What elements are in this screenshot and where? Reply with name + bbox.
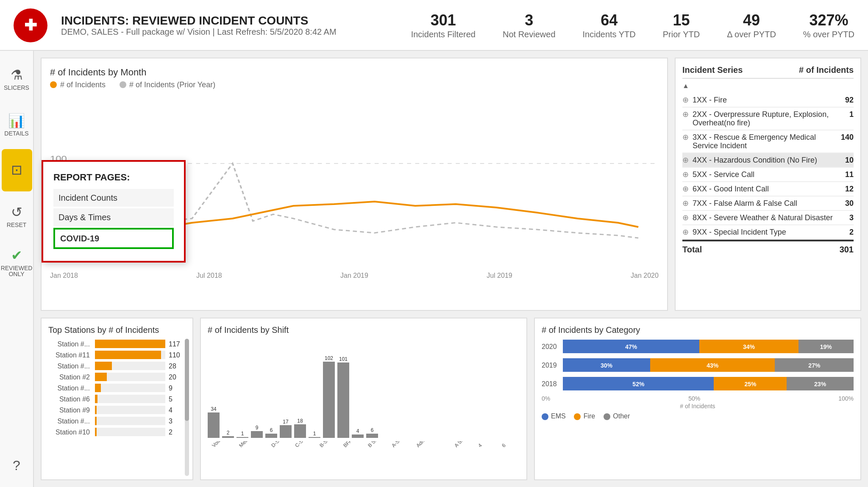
shift-bar-value: 2 bbox=[227, 430, 230, 435]
station-bar-fill bbox=[95, 417, 97, 425]
legend-current: # of Incidents bbox=[50, 80, 106, 89]
sidebar-item-reset[interactable]: ↺ RESET bbox=[1, 195, 32, 237]
shift-label: D-Shift bbox=[270, 441, 287, 448]
stat-pct-pytd: 327% % over PYTD bbox=[803, 11, 854, 39]
station-label: Station #... bbox=[48, 384, 95, 392]
cat-ems-bar: 52% bbox=[563, 377, 714, 390]
cat-other-bar: 19% bbox=[798, 340, 854, 353]
shift-bar-value: 6 bbox=[270, 428, 273, 433]
station-bar-fill bbox=[95, 362, 112, 370]
cat-year-label: 2019 bbox=[542, 361, 563, 369]
shift-bar-col: 9 bbox=[251, 425, 263, 438]
cat-bar-group: 30% 43% 27% bbox=[563, 358, 854, 372]
popup-item-covid19[interactable]: COVID-19 bbox=[53, 228, 174, 249]
popup-item-incident-counts[interactable]: Incident Counts bbox=[53, 189, 174, 207]
shift-bar-value: 9 bbox=[256, 425, 259, 430]
shift-label: 6 bbox=[501, 441, 518, 448]
shift-bar bbox=[323, 362, 335, 438]
scroll-thumb[interactable] bbox=[185, 339, 189, 421]
station-label: Station #... bbox=[48, 362, 95, 370]
shift-label: 4 bbox=[477, 441, 494, 448]
pages-icon: ⊡ bbox=[11, 161, 22, 177]
station-bar-row: Station #... 3 bbox=[48, 417, 186, 425]
station-value: 20 bbox=[169, 373, 186, 381]
station-bar-row: Station #... 117 bbox=[48, 340, 186, 348]
station-bar-track bbox=[95, 428, 165, 436]
shift-bar bbox=[366, 434, 378, 438]
sidebar-item-help[interactable]: ? bbox=[1, 445, 32, 487]
station-value: 28 bbox=[169, 362, 186, 370]
incident-row-3xx: ⊕ 3XX - Rescue & Emergency Medical Servi… bbox=[682, 130, 854, 153]
sidebar-item-reviewed[interactable]: ✔ REVIEWED ONLY bbox=[1, 241, 32, 283]
legend-prior: # of Incidents (Prior Year) bbox=[119, 80, 215, 89]
page-title: INCIDENTS: REVIEWED INCIDENT COUNTS bbox=[61, 14, 411, 27]
app-logo: ✚ bbox=[14, 8, 47, 42]
shift-bar-col: 17 bbox=[280, 419, 292, 438]
incident-row-total: Total 301 bbox=[682, 240, 854, 257]
category-year-row: 2020 47% 34% 19% bbox=[542, 340, 854, 353]
incident-row-8xx: ⊕ 8XX - Severe Weather & Natural Disaste… bbox=[682, 211, 854, 225]
cat-year-label: 2018 bbox=[542, 380, 563, 387]
station-bar-row: Station #10 2 bbox=[48, 428, 186, 436]
shift-bar bbox=[236, 437, 248, 438]
popup-item-days-times[interactable]: Days & Times bbox=[53, 208, 174, 226]
cat-bar-group: 52% 25% 23% bbox=[563, 377, 854, 390]
category-year-row: 2018 52% 25% 23% bbox=[542, 377, 854, 390]
scroll-track[interactable] bbox=[185, 339, 189, 476]
shift-bar-value: 101 bbox=[339, 357, 348, 362]
legend-fire: Fire bbox=[574, 412, 595, 420]
chart-main-title: # of Incidents by Month bbox=[50, 67, 659, 77]
station-value: 5 bbox=[169, 395, 186, 403]
cat-year-label: 2020 bbox=[542, 343, 563, 350]
category-x-axis: 0% 50% 100% bbox=[542, 396, 854, 401]
cat-ems-bar: 30% bbox=[563, 358, 650, 372]
cat-ems-bar: 47% bbox=[563, 340, 699, 353]
shift-bar-col: 18 bbox=[294, 418, 306, 438]
station-value: 110 bbox=[169, 351, 186, 359]
incident-row-7xx: ⊕ 7XX - False Alarm & False Call 30 bbox=[682, 196, 854, 211]
station-bar-fill bbox=[95, 406, 97, 414]
reset-icon: ↺ bbox=[11, 204, 22, 220]
shift-bar bbox=[222, 436, 234, 438]
sidebar-item-slicers[interactable]: ⚗ SLICERS bbox=[1, 58, 32, 100]
incident-row-2xx: ⊕ 2XX - Overpressure Rupture, Explosion,… bbox=[682, 108, 854, 130]
station-bar-track bbox=[95, 417, 165, 425]
station-label: Station #9 bbox=[48, 406, 95, 414]
station-bar-fill bbox=[95, 340, 165, 348]
shift-bar-value: 18 bbox=[297, 418, 303, 423]
station-bar-row: Station #2 20 bbox=[48, 373, 186, 381]
sort-arrow: ▲ bbox=[682, 82, 854, 90]
stations-chart-title: Top Stations by # of Incidents bbox=[48, 325, 186, 335]
station-label: Station #2 bbox=[48, 373, 95, 381]
shift-label: A-Shift bbox=[391, 441, 407, 448]
station-bar-track bbox=[95, 373, 165, 381]
shift-label: C-Shift bbox=[294, 441, 311, 448]
stations-chart: Top Stations by # of Incidents Station #… bbox=[41, 318, 193, 480]
shift-bar-value: 34 bbox=[211, 407, 216, 412]
cat-fire-bar: 34% bbox=[699, 340, 798, 353]
station-bar-track bbox=[95, 406, 165, 414]
shift-bar-col: 101 bbox=[337, 357, 349, 438]
shift-bar-value: 4 bbox=[356, 429, 359, 434]
shift-label: Medical 1st bbox=[239, 441, 260, 448]
station-label: Station #... bbox=[48, 417, 95, 425]
sidebar-item-details[interactable]: 📊 DETAILS bbox=[1, 103, 32, 146]
category-legend: EMS Fire Other bbox=[542, 412, 854, 420]
shift-bar-value: 6 bbox=[371, 428, 374, 433]
popup-title: REPORT PAGES: bbox=[53, 172, 174, 182]
category-year-row: 2019 30% 43% 27% bbox=[542, 358, 854, 372]
monthly-incidents-chart: # of Incidents by Month # of Incidents #… bbox=[41, 58, 668, 311]
shift-label: A Shift bbox=[453, 441, 470, 448]
cat-fire-bar: 43% bbox=[650, 358, 775, 372]
report-pages-popup: REPORT PAGES: Incident Counts Days & Tim… bbox=[42, 160, 186, 263]
stat-incidents-filtered: 301 Incidents Filtered bbox=[411, 11, 476, 39]
shift-bar bbox=[251, 431, 263, 438]
shift-bar bbox=[337, 362, 349, 438]
help-icon: ? bbox=[13, 458, 20, 473]
shift-bar-col: 6 bbox=[265, 428, 277, 438]
station-bar-fill bbox=[95, 373, 107, 381]
incident-row-1xx: ⊕ 1XX - Fire 92 bbox=[682, 93, 854, 108]
shift-x-labels: VolunteerMedical 1stD-ShiftC-ShiftB-Shif… bbox=[208, 441, 520, 450]
shift-bar-col: 1 bbox=[309, 431, 320, 438]
sidebar-item-pages[interactable]: ⊡ bbox=[1, 149, 32, 191]
